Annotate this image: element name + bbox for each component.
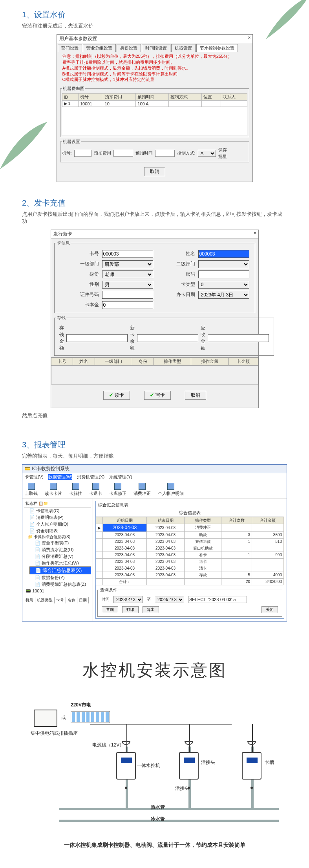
- lbl-mode: 控制方式:: [177, 150, 196, 156]
- sel-role[interactable]: 老师: [102, 270, 153, 278]
- tree-item[interactable]: 📄 分段消费汇总(V): [29, 553, 91, 560]
- water-unit: [242, 752, 261, 780]
- lbl-hot: 热水管: [151, 804, 165, 811]
- tool-item[interactable]: 卡库修正: [109, 483, 126, 497]
- tab-5[interactable]: 节水控制参数设置: [196, 44, 238, 52]
- tab-2[interactable]: 身份设置: [117, 44, 141, 52]
- sel-dept2[interactable]: [198, 260, 249, 268]
- rates-table: ID机号预扣费用预扣时间控制方式位置联系人 ▶ 11000110100 A: [62, 93, 247, 135]
- diagram-caption: 一体水控机集成刷卡控制器、电动阀、流量计于一体，节约成本且安装简单: [12, 837, 297, 868]
- lbl-joint: 活接头: [201, 759, 215, 766]
- close-icon[interactable]: ×: [248, 35, 251, 40]
- lbl-role: 身份: [60, 271, 99, 278]
- sel-ctype[interactable]: 0: [198, 281, 249, 289]
- inp-idno[interactable]: [102, 291, 153, 299]
- inp-deposit[interactable]: [66, 334, 128, 342]
- tool-item[interactable]: 卡解挂: [69, 483, 82, 497]
- lbl-name: 姓名: [156, 250, 195, 257]
- sel-dept1[interactable]: 研发部: [102, 260, 153, 268]
- tree-item[interactable]: 📄 资金平衡表(T): [29, 540, 91, 546]
- tree-item[interactable]: 📄 消费明细表(P): [24, 514, 91, 521]
- inp-time[interactable]: [155, 150, 175, 157]
- cancel-button[interactable]: 取消: [144, 167, 165, 176]
- lbl-slot: 卡槽: [265, 759, 274, 766]
- tree-item[interactable]: 📄 个人帐户明细(Q): [24, 521, 91, 528]
- sel-date-from[interactable]: 2023/ 4/ 3: [113, 596, 143, 603]
- lbl-idno: 证件号码: [60, 291, 99, 298]
- write-card-button[interactable]: ✔写卡: [144, 391, 171, 400]
- section1-desc: 安装和注册完成后，先设置水价: [22, 22, 287, 29]
- inp-recv[interactable]: [208, 334, 269, 342]
- tool-item[interactable]: 卡退卡: [89, 483, 102, 497]
- section3-title: 3、报表管理: [22, 440, 287, 450]
- fs-machine: 机器设置: [62, 139, 81, 145]
- menu-item[interactable]: 数据管理(W): [48, 474, 73, 480]
- tab-4[interactable]: 机器设置: [171, 44, 196, 52]
- tool-item[interactable]: 消费冲正: [133, 483, 151, 497]
- lbl-dept2: 二级部门: [156, 261, 195, 267]
- print-button[interactable]: 打印: [122, 606, 139, 613]
- inp-cardno[interactable]: [102, 250, 153, 258]
- inp-newbal[interactable]: [137, 334, 198, 342]
- tool-icon: [72, 483, 79, 490]
- lbl-sex: 性别: [60, 281, 99, 288]
- query-button[interactable]: 查询: [102, 606, 118, 613]
- tree-item[interactable]: 📄 卡信息表(C): [24, 508, 91, 514]
- sel-date-to[interactable]: 2023/ 4/ 3: [155, 596, 184, 603]
- inp-name[interactable]: [198, 250, 249, 258]
- tab-1[interactable]: 营业分组设置: [83, 44, 116, 52]
- sel-sex[interactable]: 男: [102, 281, 153, 289]
- diagram-title: 水控机安装示意图: [12, 644, 297, 695]
- tree-item[interactable]: 📄 消费明细汇总信息表(Z): [29, 581, 91, 588]
- lbl-time: 预扣时间: [135, 150, 153, 156]
- check-icon: ✔: [109, 392, 113, 398]
- sel-date[interactable]: 2023年 4月 3日: [198, 291, 249, 299]
- tool-icon: [92, 483, 99, 490]
- panel-subtitle: 综合信息表: [96, 509, 284, 517]
- inp-fee[interactable]: [113, 150, 133, 157]
- export-button[interactable]: 导出: [143, 606, 159, 613]
- report-app: 💳 IC卡收费控制系统 卡管理(V)数据管理(W)消费机管理(X)系统管理(Y)…: [22, 464, 287, 622]
- tool-item[interactable]: 个人帐户明细: [158, 483, 184, 497]
- power-box: [34, 710, 57, 727]
- tool-icon: [50, 483, 57, 490]
- inp-base[interactable]: [102, 301, 153, 309]
- inp-machine[interactable]: [74, 150, 91, 157]
- tab-0[interactable]: 部门设置: [58, 44, 82, 52]
- section2-after: 然后点充值: [22, 412, 287, 419]
- tool-item[interactable]: 读卡卡片: [45, 483, 62, 497]
- cancel-button[interactable]: 取消: [185, 391, 206, 400]
- close-button[interactable]: 关闭: [261, 606, 278, 613]
- tree-item[interactable]: 📄 操作类流水汇总(W): [29, 560, 91, 566]
- tool-item[interactable]: 上取钱: [25, 483, 38, 497]
- menu-item[interactable]: 系统管理(Y): [109, 474, 132, 480]
- sel-mode[interactable]: A: [198, 150, 216, 157]
- save-button[interactable]: 保存: [218, 147, 227, 153]
- tree-item[interactable]: 📄 消费流水汇总(U): [29, 546, 91, 553]
- inp-sql[interactable]: [188, 596, 247, 603]
- win1-title: 用户基本参数设置: [59, 36, 97, 41]
- lbl-recv: 应收金额: [201, 325, 205, 351]
- tree-item[interactable]: 📄 数据备份(Y): [29, 574, 91, 581]
- batch-button[interactable]: 批量: [218, 154, 227, 160]
- power-strip: [71, 711, 110, 723]
- lbl-base: 卡本金: [60, 302, 99, 308]
- tree-item[interactable]: 📄 综合汇总信息表(X): [29, 566, 91, 574]
- win2-title: 发行新卡: [53, 231, 72, 237]
- section2-title: 2、发卡充值: [22, 198, 287, 208]
- lbl-date: 办卡日期: [156, 291, 195, 298]
- inp-pwd[interactable]: [198, 270, 249, 278]
- lbl-joint2: 活接头: [175, 785, 189, 792]
- menu-item[interactable]: 消费机管理(X): [77, 474, 104, 480]
- lbl-dept1: 一级部门: [60, 261, 99, 267]
- tool-icon: [139, 483, 146, 490]
- lbl-machine: 机号:: [62, 150, 72, 156]
- lbl-mains: 220V市电: [71, 702, 91, 708]
- close-icon[interactable]: ×: [254, 230, 257, 236]
- menu-item[interactable]: 卡管理(V): [25, 474, 44, 480]
- tabs: 部门设置营业分组设置身份设置时间段设置机器设置节水控制参数设置: [57, 43, 252, 52]
- tab-3[interactable]: 时间段设置: [142, 44, 170, 52]
- tree-item[interactable]: 📄 资金明细表: [24, 528, 91, 534]
- app-title: 💳 IC卡收费控制系统: [22, 465, 287, 473]
- read-card-button[interactable]: ✔读卡: [103, 391, 130, 400]
